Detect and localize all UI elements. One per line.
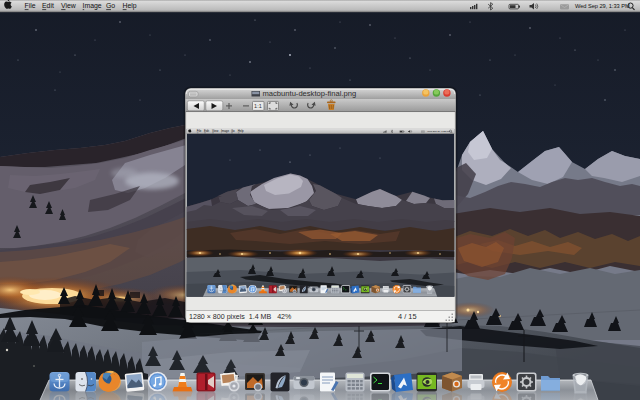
svg-text:Edit: Edit (42, 2, 54, 9)
svg-text:1:1: 1:1 (254, 103, 262, 109)
svg-text:Go: Go (106, 2, 115, 9)
svg-text:View: View (61, 2, 76, 9)
svg-text:Help: Help (123, 2, 137, 10)
svg-text:1280 × 800 pixels 1.4 MB 42: 1280 × 800 pixels 1.4 MB 42% (189, 313, 292, 321)
svg-text:Image: Image (83, 2, 102, 10)
svg-text:4 / 15: 4 / 15 (398, 312, 417, 321)
svg-text:macbuntu-desktop-final.png: macbuntu-desktop-final.png (263, 89, 357, 98)
svg-text:Wed Sep 29, 1:33 PM: Wed Sep 29, 1:33 PM (575, 3, 630, 9)
svg-text:File: File (25, 2, 36, 9)
